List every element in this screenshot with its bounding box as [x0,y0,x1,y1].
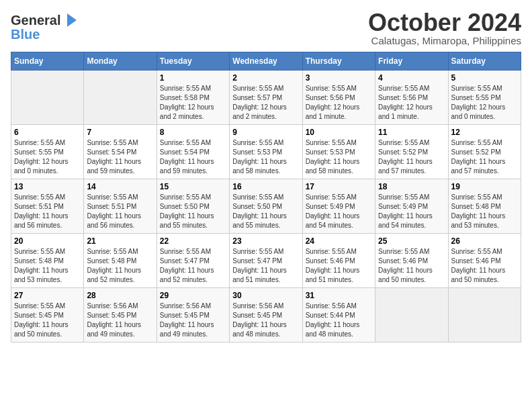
sunrise-text: Sunrise: 5:55 AM [87,193,153,202]
calendar-cell: 27 Sunrise: 5:55 AM Sunset: 5:45 PM Dayl… [11,288,84,342]
sunrise-text: Sunrise: 5:55 AM [232,84,299,93]
logo-text: General [11,13,60,28]
week-row-3: 13 Sunrise: 5:55 AM Sunset: 5:51 PM Dayl… [11,179,521,234]
day-number: 12 [451,128,518,137]
sunset-text: Sunset: 5:45 PM [232,311,299,320]
daylight-text: Daylight: 12 hours and 2 minutes. [160,103,226,122]
day-info: Sunrise: 5:55 AM Sunset: 5:54 PM Dayligh… [160,138,226,176]
calendar-cell [11,71,84,125]
day-number: 23 [232,236,299,246]
sunset-text: Sunset: 5:52 PM [378,148,445,157]
main-title: October 2024 [368,11,521,35]
sunrise-text: Sunrise: 5:56 AM [160,302,226,311]
daylight-text: Daylight: 11 hours and 56 minutes. [87,212,153,230]
day-number: 26 [451,236,518,246]
calendar-cell: 25 Sunrise: 5:55 AM Sunset: 5:46 PM Dayl… [375,234,448,288]
day-info: Sunrise: 5:55 AM Sunset: 5:57 PM Dayligh… [232,84,299,122]
day-info: Sunrise: 5:55 AM Sunset: 5:51 PM Dayligh… [87,193,153,230]
daylight-text: Daylight: 11 hours and 49 minutes. [160,320,226,339]
sunrise-text: Sunrise: 5:55 AM [14,247,81,257]
calendar-cell: 22 Sunrise: 5:55 AM Sunset: 5:47 PM Dayl… [157,234,229,288]
day-info: Sunrise: 5:55 AM Sunset: 5:47 PM Dayligh… [160,247,226,285]
day-info: Sunrise: 5:56 AM Sunset: 5:45 PM Dayligh… [87,302,153,339]
col-header-friday: Friday [375,52,448,71]
daylight-text: Daylight: 11 hours and 57 minutes. [378,157,445,176]
day-info: Sunrise: 5:55 AM Sunset: 5:53 PM Dayligh… [306,138,372,176]
sunset-text: Sunset: 5:58 PM [160,93,226,103]
daylight-text: Daylight: 11 hours and 55 minutes. [160,212,226,230]
daylight-text: Daylight: 11 hours and 50 minutes. [378,266,445,285]
day-number: 4 [378,73,445,83]
daylight-text: Daylight: 11 hours and 50 minutes. [451,266,518,285]
calendar-table: SundayMondayTuesdayWednesdayThursdayFrid… [11,52,521,342]
day-info: Sunrise: 5:55 AM Sunset: 5:46 PM Dayligh… [306,247,372,285]
calendar-cell: 8 Sunrise: 5:55 AM Sunset: 5:54 PM Dayli… [157,125,229,179]
daylight-text: Daylight: 11 hours and 58 minutes. [232,157,299,176]
day-number: 16 [232,182,299,191]
daylight-text: Daylight: 11 hours and 50 minutes. [14,320,81,339]
sunrise-text: Sunrise: 5:55 AM [378,247,445,257]
sunset-text: Sunset: 5:54 PM [160,148,226,157]
day-number: 27 [14,291,81,300]
day-number: 13 [14,182,81,191]
sunrise-text: Sunrise: 5:55 AM [451,247,518,257]
daylight-text: Daylight: 11 hours and 55 minutes. [232,212,299,230]
sunrise-text: Sunrise: 5:55 AM [306,247,372,257]
daylight-text: Daylight: 11 hours and 54 minutes. [378,212,445,230]
week-row-5: 27 Sunrise: 5:55 AM Sunset: 5:45 PM Dayl… [11,288,521,342]
calendar-cell: 11 Sunrise: 5:55 AM Sunset: 5:52 PM Dayl… [375,125,448,179]
day-info: Sunrise: 5:55 AM Sunset: 5:45 PM Dayligh… [14,302,81,339]
day-number: 20 [14,236,81,246]
day-number: 11 [378,128,445,137]
calendar-cell: 29 Sunrise: 5:56 AM Sunset: 5:45 PM Dayl… [157,288,229,342]
sunrise-text: Sunrise: 5:55 AM [378,84,445,93]
calendar-cell: 17 Sunrise: 5:55 AM Sunset: 5:49 PM Dayl… [302,179,375,234]
calendar-cell: 3 Sunrise: 5:55 AM Sunset: 5:56 PM Dayli… [302,71,375,125]
sunset-text: Sunset: 5:45 PM [14,311,81,320]
calendar-cell: 4 Sunrise: 5:55 AM Sunset: 5:56 PM Dayli… [375,71,448,125]
calendar-cell [375,288,448,342]
sunrise-text: Sunrise: 5:55 AM [160,84,226,93]
sunset-text: Sunset: 5:46 PM [306,257,372,266]
calendar-cell: 5 Sunrise: 5:55 AM Sunset: 5:55 PM Dayli… [448,71,521,125]
sunset-text: Sunset: 5:45 PM [87,311,153,320]
daylight-text: Daylight: 11 hours and 53 minutes. [451,212,518,230]
day-number: 28 [87,291,153,300]
sunrise-text: Sunrise: 5:55 AM [232,138,299,148]
sunset-text: Sunset: 5:56 PM [306,93,372,103]
sunset-text: Sunset: 5:50 PM [232,202,299,212]
sunset-text: Sunset: 5:47 PM [232,257,299,266]
day-number: 8 [160,128,226,137]
day-info: Sunrise: 5:55 AM Sunset: 5:48 PM Dayligh… [87,247,153,285]
col-header-wednesday: Wednesday [230,52,302,71]
sunset-text: Sunset: 5:44 PM [306,311,372,320]
daylight-text: Daylight: 12 hours and 1 minute. [378,103,445,122]
daylight-text: Daylight: 11 hours and 59 minutes. [87,157,153,176]
sunset-text: Sunset: 5:52 PM [451,148,518,157]
daylight-text: Daylight: 12 hours and 2 minutes. [232,103,299,122]
day-info: Sunrise: 5:55 AM Sunset: 5:46 PM Dayligh… [451,247,518,285]
sunrise-text: Sunrise: 5:55 AM [87,247,153,257]
daylight-text: Daylight: 11 hours and 59 minutes. [160,157,226,176]
sunrise-text: Sunrise: 5:55 AM [160,247,226,257]
daylight-text: Daylight: 12 hours and 1 minute. [306,103,372,122]
sunrise-text: Sunrise: 5:56 AM [87,302,153,311]
calendar-cell: 6 Sunrise: 5:55 AM Sunset: 5:55 PM Dayli… [11,125,84,179]
sunset-text: Sunset: 5:50 PM [160,202,226,212]
daylight-text: Daylight: 11 hours and 52 minutes. [87,266,153,285]
calendar-cell [84,71,157,125]
calendar-cell: 1 Sunrise: 5:55 AM Sunset: 5:58 PM Dayli… [157,71,229,125]
sunrise-text: Sunrise: 5:55 AM [378,193,445,202]
day-info: Sunrise: 5:55 AM Sunset: 5:48 PM Dayligh… [451,193,518,230]
sunrise-text: Sunrise: 5:55 AM [87,138,153,148]
day-info: Sunrise: 5:55 AM Sunset: 5:51 PM Dayligh… [14,193,81,230]
daylight-text: Daylight: 11 hours and 56 minutes. [14,212,81,230]
day-number: 31 [306,291,372,300]
day-number: 7 [87,128,153,137]
calendar-cell: 21 Sunrise: 5:55 AM Sunset: 5:48 PM Dayl… [84,234,157,288]
col-header-thursday: Thursday [302,52,375,71]
calendar-cell: 18 Sunrise: 5:55 AM Sunset: 5:49 PM Dayl… [375,179,448,234]
daylight-text: Daylight: 12 hours and 0 minutes. [451,103,518,122]
day-info: Sunrise: 5:55 AM Sunset: 5:49 PM Dayligh… [306,193,372,230]
day-number: 15 [160,182,226,191]
